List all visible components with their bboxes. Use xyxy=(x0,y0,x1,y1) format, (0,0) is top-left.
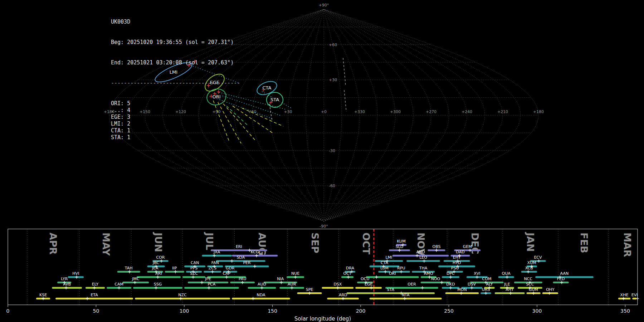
shower-peak-mark-OHY xyxy=(548,292,551,295)
shower-peak-mark-QUA xyxy=(506,275,508,279)
x-tick-label: 300 xyxy=(532,308,542,314)
shower-bar-label-NDA: NDA xyxy=(257,293,265,297)
month-label: FEB xyxy=(579,233,590,253)
shower-bar-label-QUA: QUA xyxy=(502,271,511,276)
shower-peak-mark-DSX xyxy=(336,286,339,289)
shower-count-row: ...: 4 xyxy=(111,107,240,114)
shower-bar-label-RPU: RPU xyxy=(397,266,405,270)
map-lon-label: +300 xyxy=(390,109,401,114)
shower-peak-mark-FED xyxy=(560,281,563,284)
shower-bar-NDA xyxy=(232,298,290,299)
map-lon-label: +180 xyxy=(533,109,544,114)
month-label: JAN xyxy=(525,232,536,252)
shower-bar-label-XHE: XHE xyxy=(620,293,629,297)
shower-peak-mark-NTA xyxy=(403,297,406,300)
shower-bar-label-XVI: XVI xyxy=(474,271,480,276)
shower-peak-mark-ELY xyxy=(93,286,96,289)
shower-peak-mark-JMC xyxy=(133,281,136,284)
shower-peak-mark-NIA xyxy=(280,281,283,284)
shower-peak-mark-SLD xyxy=(398,249,401,252)
shower-bar-label-MON: MON xyxy=(457,287,467,292)
shower-peak-mark-LUM xyxy=(384,270,387,273)
shower-peak-mark-AMO xyxy=(428,275,431,279)
shower-bar-label-IIP: IIP xyxy=(172,266,177,270)
shower-peak-mark-XVI xyxy=(475,275,478,279)
x-tick-label: 250 xyxy=(444,308,454,314)
shower-bar-label-ERI: ERI xyxy=(236,244,242,249)
shower-bar-label-SLD: SLD xyxy=(396,244,404,249)
shower-bar-label-PPS: PPS xyxy=(190,266,197,270)
map-pole-top-label: +90° xyxy=(319,3,329,8)
shower-peak-mark-JXA xyxy=(213,254,216,257)
shower-peak-mark-NOO xyxy=(440,281,443,284)
shower-bar-label-SCC: SCC xyxy=(526,282,534,287)
month-label: MAY xyxy=(101,233,112,256)
shower-peak-mark-MON xyxy=(460,292,463,295)
shower-peak-mark-ORI xyxy=(375,275,378,279)
shower-bar-label-EGE: EGE xyxy=(365,282,372,287)
shower-peak-mark-EGE xyxy=(370,286,373,289)
shower-bar-label-AMO: AMO xyxy=(424,271,433,276)
shower-bar-label-COM: COM xyxy=(482,277,492,281)
shower-peak-mark-JPE xyxy=(200,281,203,284)
shower-bar-label-CTA: CTA xyxy=(381,260,389,265)
shower-bar-label-KCG: KCG xyxy=(251,250,259,254)
shower-bar-PCA xyxy=(184,287,239,289)
shower-bar-label-ELY: ELY xyxy=(92,282,99,287)
shower-bar-label-AVB: AVB xyxy=(63,282,71,287)
shower-bar-label-ARI: ARI xyxy=(155,271,162,276)
shower-bar-label-GDR: GDR xyxy=(226,266,235,270)
shower-peak-mark-DSV xyxy=(470,286,473,289)
shower-peak-mark-SZC xyxy=(192,275,195,279)
shower-peak-mark-OER xyxy=(421,286,424,289)
shower-bar-label-AAN: AAN xyxy=(560,271,569,276)
shower-peak-mark-ZCS xyxy=(211,270,214,273)
shower-peak-mark-NUE xyxy=(294,275,297,279)
shower-peak-mark-AVB xyxy=(65,286,68,289)
map-lat-label: -30 xyxy=(329,148,335,153)
shower-bar-label-FAN: FAN xyxy=(211,260,219,265)
shower-peak-mark-GUM xyxy=(532,292,535,295)
end-time-line: End: 20251021 03:20:08 (sol = 207.63°) xyxy=(111,59,240,66)
shower-bar-label-XCB: XCB xyxy=(525,266,533,270)
shower-bar-label-CAN: CAN xyxy=(191,260,199,265)
shower-count-row: ORI: 5 xyxy=(111,100,240,107)
shower-bar-label-SDA: SDA xyxy=(236,255,245,260)
map-lon-label: +30 xyxy=(284,109,292,114)
shower-bar-label-THA: THA xyxy=(419,266,428,270)
shower-bar-label-LUM: LUM xyxy=(380,266,389,270)
shower-peak-mark-ECV xyxy=(537,259,540,263)
meteor-track xyxy=(242,108,283,126)
shower-bar-label-GEM: GEM xyxy=(463,244,472,249)
shower-bar-label-EHY: EHY xyxy=(453,255,461,260)
map-pole-bottom-label: -90° xyxy=(319,224,328,229)
x-tick-label: 350 xyxy=(620,308,630,314)
shower-bar-label-SSG: SSG xyxy=(154,282,162,287)
shower-bar-label-LEO: LEO xyxy=(419,255,427,260)
shower-bar-label-ORI: ORI xyxy=(389,271,396,276)
shower-bar-NZC xyxy=(135,298,230,299)
month-label: MAR xyxy=(622,233,633,257)
shower-count-row: CTA: 1 xyxy=(111,127,240,134)
shower-bar-label-DKD: DKD xyxy=(446,282,455,287)
shower-bar-label-XUM: XUM xyxy=(527,260,536,265)
shower-bar-SSG xyxy=(133,287,182,289)
shower-bar-ETA xyxy=(55,298,133,299)
shower-count-row: STA: 1 xyxy=(111,134,240,141)
shower-map-label-CTA: CTA xyxy=(263,85,272,91)
map-lon-label: +210 xyxy=(497,109,508,114)
shower-bar-label-AUD: AUD xyxy=(258,282,266,287)
shower-peak-mark-PCA xyxy=(208,286,210,289)
shower-bar-label-DSX: DSX xyxy=(333,282,342,287)
month-label: APR xyxy=(48,233,59,255)
shower-bar-label-LYR: LYR xyxy=(61,277,68,281)
shower-bar-label-OBS: OBS xyxy=(433,244,441,249)
shower-bar-label-DRA: DRA xyxy=(346,266,355,270)
shower-bar-label-KUM: KUM xyxy=(397,239,405,244)
shower-peak-mark-TAH xyxy=(128,270,131,273)
shower-peak-mark-URS xyxy=(484,292,487,295)
shower-bar-label-NIA: NIA xyxy=(277,277,284,281)
shower-bar-label-ECV: ECV xyxy=(534,255,542,260)
shower-bar-label-HYD: HYD xyxy=(453,260,461,265)
shower-bar-JXA xyxy=(202,255,232,257)
